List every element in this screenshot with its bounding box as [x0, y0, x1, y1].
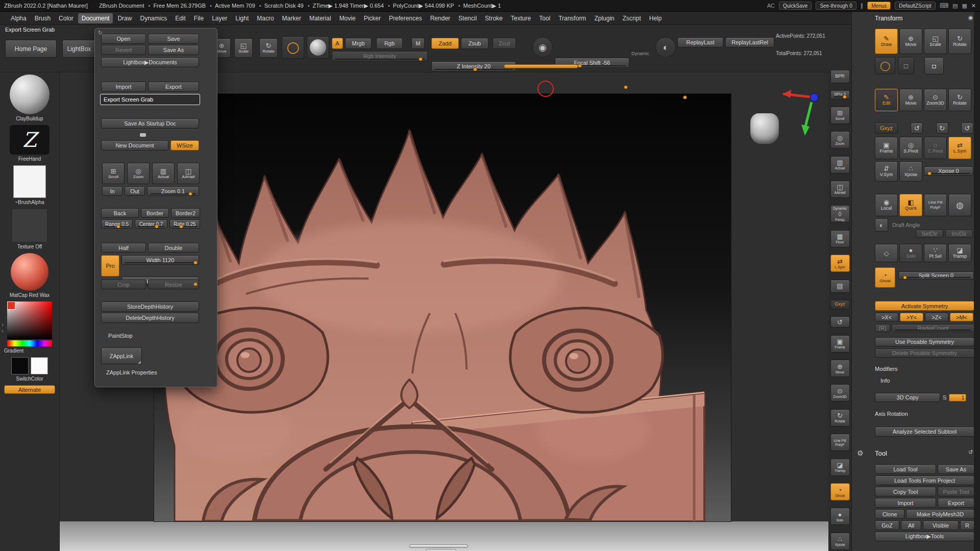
setdir-button[interactable]: SetDir: [916, 230, 943, 238]
doc-pro-toggle[interactable]: Pro: [101, 255, 119, 277]
draw-size-handle[interactable]: [624, 85, 628, 89]
draft-angle-sphere-button[interactable]: ◐: [875, 218, 888, 232]
doc-actual-button[interactable]: ▥Actual: [152, 163, 175, 184]
menu-zscript[interactable]: Zscript: [619, 13, 645, 23]
invdir-button[interactable]: InvDir: [945, 230, 973, 238]
color-picker[interactable]: [7, 302, 52, 346]
zapplink-properties-item[interactable]: ZAppLink Properties: [106, 369, 157, 375]
paste-tool-button[interactable]: Paste Tool: [938, 487, 974, 496]
doc-export-button[interactable]: Export: [148, 82, 199, 92]
v-sym-button[interactable]: ⇵V.Sym: [875, 161, 898, 182]
menu-render[interactable]: Render: [427, 13, 454, 23]
delete-posable-symmetry-button[interactable]: Delete Posable Symmetry: [875, 348, 974, 358]
horizontal-scrollbar[interactable]: [409, 544, 468, 548]
goz-r-button[interactable]: R: [960, 520, 974, 530]
split-screen-slider[interactable]: Split Screen 0: [898, 271, 974, 280]
menu-movie[interactable]: Movie: [336, 13, 359, 23]
stroke-type-button[interactable]: ◯: [875, 57, 895, 74]
doc-double-button[interactable]: Double: [148, 243, 199, 253]
menu-color[interactable]: Color: [55, 13, 77, 23]
canvas-rotate-button[interactable]: ↻Rotate: [948, 89, 971, 111]
zsub-toggle[interactable]: Zsub: [461, 38, 488, 49]
menu-picker[interactable]: Picker: [360, 13, 384, 23]
goz-visible-button[interactable]: Visible: [923, 520, 959, 530]
symmetry-m-button[interactable]: >M<: [950, 313, 973, 321]
local-symmetry-button[interactable]: ⇄L.Sym: [948, 137, 971, 159]
doc-save-button[interactable]: Save: [148, 34, 199, 44]
strip-aahalf-button[interactable]: ◫AAHalf: [830, 181, 850, 198]
paintstop-item[interactable]: PaintStop: [108, 333, 133, 339]
symmetry-y-button[interactable]: >Y<: [900, 313, 923, 321]
doc-resize-button[interactable]: Resize: [148, 280, 199, 289]
default-zscript-button[interactable]: DefaultZScript: [895, 2, 935, 10]
quicksave-button[interactable]: QuickSave: [779, 2, 812, 10]
doc-back-button[interactable]: Back: [101, 208, 139, 218]
brush-claybuildup-thumb[interactable]: [10, 74, 50, 114]
keyboard-icon[interactable]: ⌨: [940, 2, 948, 9]
strip-zoom-button[interactable]: ◎Zoom: [830, 131, 850, 148]
modifiers-section-label[interactable]: Modifiers: [875, 366, 898, 372]
doc-aahalf-button[interactable]: ◫AAHalf: [177, 163, 200, 184]
doc-export-screen-grab-button[interactable]: Export Screen Grab: [100, 94, 200, 105]
rotate-mode-button[interactable]: ↻Rotate: [948, 29, 971, 54]
radial-count-slider[interactable]: RadialCount: [892, 324, 974, 332]
grid-icon[interactable]: ▦: [962, 3, 967, 9]
spin-button[interactable]: ↺: [961, 122, 973, 134]
axis-rotation-section-label[interactable]: Axis Rotation: [875, 411, 908, 417]
menu-stroke[interactable]: Stroke: [481, 13, 506, 23]
menu-draw[interactable]: Draw: [114, 13, 135, 23]
doc-half-button[interactable]: Half: [101, 243, 146, 253]
make-polymesh3d-button[interactable]: Make PolyMesh3D: [906, 509, 974, 519]
focal-shift-handle[interactable]: [578, 64, 582, 68]
menus-toggle[interactable]: Menus: [867, 2, 891, 10]
left-divider-handle[interactable]: › ‹: [0, 321, 5, 334]
switch-color-widget[interactable]: [11, 357, 48, 374]
import-button[interactable]: Import: [875, 498, 936, 508]
export-button[interactable]: Export: [938, 498, 974, 508]
alpha-slot-button[interactable]: □: [898, 57, 914, 74]
m-toggle[interactable]: M: [411, 38, 425, 49]
doc-height-handle[interactable]: [193, 282, 198, 286]
doc-scroll-button[interactable]: ⊞Scroll: [102, 163, 125, 184]
zcut-toggle[interactable]: Zcut: [493, 38, 516, 49]
transp-button[interactable]: ◪Transp: [948, 244, 971, 262]
doc-border-button[interactable]: Border: [141, 208, 169, 218]
menu-dynamics[interactable]: Dynamics: [136, 13, 170, 23]
doc-revert-button[interactable]: Revert: [101, 45, 146, 55]
adjust-last-handle[interactable]: [683, 95, 687, 99]
save-as-button[interactable]: Save As: [938, 464, 974, 474]
clear-pivot-button[interactable]: ◌C.Pivot: [924, 137, 947, 159]
quick-button[interactable]: ◧Quick: [899, 194, 922, 216]
lightbox-button[interactable]: LightBox: [62, 40, 96, 58]
strip-gxyz-button[interactable]: Gxyz: [830, 300, 850, 309]
xpose-button[interactable]: ∴Xpose: [899, 161, 922, 182]
edit-button[interactable]: ✎Edit: [875, 89, 898, 111]
radial-r-button[interactable]: (R): [875, 324, 890, 332]
doc-center-handle[interactable]: [155, 224, 159, 229]
menu-zplugin[interactable]: Zplugin: [591, 13, 618, 23]
rgb-toggle[interactable]: Rgb: [376, 38, 403, 49]
doc-range-handle[interactable]: [116, 224, 120, 229]
alternate-button[interactable]: Alternate: [4, 385, 55, 394]
doc-save-as-button[interactable]: Save As: [148, 45, 199, 55]
doc-rate-slider[interactable]: Rate 0.25: [169, 219, 200, 229]
menu-document[interactable]: Document: [78, 13, 113, 23]
doc-width-slider[interactable]: Width 1120: [121, 255, 199, 265]
replay-last-rel-button[interactable]: ReplayLastRel: [725, 37, 774, 47]
canvas-zoom3d-button[interactable]: ⊙Zoom3D: [924, 89, 947, 111]
dynamic-mode-button[interactable]: ◐: [655, 37, 676, 58]
doc-zoom-in-button[interactable]: In: [102, 186, 122, 196]
strip-floor-button[interactable]: ▦Floor: [830, 230, 850, 247]
menu-divider-handle[interactable]: [140, 133, 146, 137]
close-icon[interactable]: ✕: [971, 3, 976, 9]
dynamic-persp-cube-button[interactable]: ◇: [875, 244, 898, 262]
doc-zoom-handle[interactable]: [188, 192, 192, 196]
doc-new-document-button[interactable]: New Document: [101, 140, 168, 151]
mrgb-toggle[interactable]: Mrgb: [345, 38, 372, 49]
spix-handle[interactable]: [843, 95, 847, 99]
menu-tool[interactable]: Tool: [535, 13, 554, 23]
doc-store-depth-history-button[interactable]: StoreDepthHistory: [101, 302, 199, 312]
strip-frame-button[interactable]: ▣Frame: [830, 335, 850, 353]
sculptris-pro-button[interactable]: ◉: [532, 37, 553, 58]
load-tools-from-project-button[interactable]: Load Tools From Project: [875, 475, 974, 485]
